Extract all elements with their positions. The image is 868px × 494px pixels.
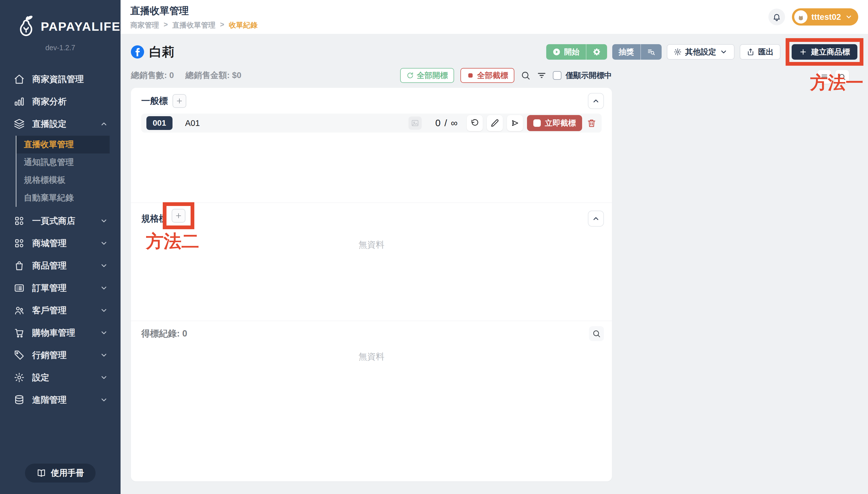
edit-tag-button[interactable] bbox=[487, 115, 503, 131]
live-header-row: 白莉 開始 抽獎 bbox=[131, 42, 863, 62]
sidebar-item-one-page-store[interactable]: 一頁式商店 bbox=[0, 210, 121, 232]
start-settings-button[interactable] bbox=[586, 44, 607, 60]
sidebar-subitem-notification-management[interactable]: 通知訊息管理 bbox=[16, 153, 110, 171]
lottery-split-button: 抽獎 bbox=[612, 44, 662, 60]
send-tag-button[interactable] bbox=[507, 115, 523, 131]
plus-icon bbox=[799, 48, 807, 56]
only-open-checkbox[interactable] bbox=[553, 71, 561, 80]
tag-image-button[interactable] bbox=[408, 116, 422, 130]
method2-annotation: 方法二 bbox=[146, 229, 199, 253]
avatar bbox=[794, 10, 808, 23]
sidebar-item-order-management[interactable]: 訂單管理 bbox=[0, 277, 121, 299]
facebook-icon bbox=[131, 45, 144, 58]
papaya-logo-icon bbox=[15, 10, 37, 43]
lottery-search-button[interactable] bbox=[641, 44, 662, 60]
collapse-general-section-button[interactable] bbox=[588, 93, 604, 109]
delete-tag-button[interactable] bbox=[587, 118, 596, 128]
refresh-icon bbox=[406, 72, 414, 79]
sidebar-item-merchant-analytics[interactable]: 商家分析 bbox=[0, 90, 121, 113]
sidebar-item-mall-management[interactable]: 商城管理 bbox=[0, 232, 121, 254]
start-button[interactable]: 開始 bbox=[546, 44, 586, 60]
gear-icon bbox=[593, 48, 601, 56]
winning-records-section: 得標紀錄: 0 無資料 bbox=[131, 321, 612, 481]
open-all-button[interactable]: 全部開標 bbox=[400, 68, 454, 83]
bell-icon bbox=[772, 13, 781, 21]
tag-icon bbox=[14, 350, 25, 361]
stats-row: 總銷售數: 0 總銷售金額: $0 全部開標 全部截標 bbox=[131, 68, 612, 83]
plus-icon bbox=[175, 212, 182, 220]
sidebar-item-marketing-management[interactable]: 行銷管理 bbox=[0, 344, 121, 366]
general-tag-header: 一般標 bbox=[131, 88, 612, 109]
chevron-down-icon bbox=[100, 217, 108, 225]
sidebar-item-cart-management[interactable]: 購物車管理 bbox=[0, 322, 121, 344]
lottery-button[interactable]: 抽獎 bbox=[612, 44, 640, 60]
chevron-down-icon bbox=[100, 284, 108, 292]
chevron-down-icon bbox=[845, 13, 852, 21]
create-product-tag-button[interactable]: 建立商品標 bbox=[792, 44, 857, 60]
breadcrumb-item[interactable]: 直播收單管理 bbox=[172, 20, 216, 30]
chevron-up-icon bbox=[592, 97, 600, 105]
tag-count: 0 / ∞ bbox=[436, 118, 458, 129]
close-all-button[interactable]: 全部截標 bbox=[460, 68, 514, 83]
cart-icon bbox=[14, 327, 25, 338]
sidebar-item-customer-management[interactable]: 客戶管理 bbox=[0, 299, 121, 322]
chevron-up-icon bbox=[592, 214, 600, 223]
database-icon bbox=[14, 395, 25, 405]
user-manual-button[interactable]: 使用手冊 bbox=[25, 463, 96, 482]
grid-icon bbox=[14, 238, 25, 249]
filter-button[interactable] bbox=[537, 71, 547, 80]
search-icon bbox=[521, 71, 531, 80]
image-icon bbox=[411, 119, 419, 127]
avatar-cat-icon bbox=[796, 12, 806, 22]
add-spec-tag-button[interactable] bbox=[172, 209, 185, 223]
search-icon bbox=[592, 329, 601, 338]
gear-icon bbox=[674, 48, 682, 56]
only-open-label: 僅顯示開標中 bbox=[566, 70, 612, 81]
undo-tag-button[interactable] bbox=[467, 115, 483, 131]
chevron-down-icon bbox=[100, 329, 108, 337]
breadcrumb-current: 收單紀錄 bbox=[229, 20, 257, 30]
sidebar-subitem-live-order-management[interactable]: 直播收單管理 bbox=[16, 136, 110, 153]
sidebar-item-advanced-management[interactable]: 進階管理 bbox=[0, 389, 121, 411]
total-amount: 總銷售金額: $0 bbox=[185, 70, 241, 81]
tag-name: A01 bbox=[185, 118, 200, 128]
order-list-icon bbox=[14, 283, 25, 293]
sidebar-subitem-auto-abandon-records[interactable]: 自動棄單紀錄 bbox=[16, 189, 110, 207]
search-button[interactable] bbox=[521, 71, 531, 80]
export-button[interactable]: 匯出 bbox=[740, 44, 780, 60]
filter-controls: 全部開標 全部截標 僅顯示開標中 bbox=[400, 68, 612, 83]
tag-row: 001 A01 0 / ∞ bbox=[141, 114, 602, 133]
users-icon bbox=[14, 305, 25, 316]
main-area: 直播收單管理 商家管理 > 直播收單管理 > 收單紀錄 tttest0 bbox=[121, 0, 868, 494]
general-tag-title: 一般標 bbox=[141, 95, 168, 107]
sidebar-subitem-spec-tag-template[interactable]: 規格標模板 bbox=[16, 171, 110, 189]
trash-icon bbox=[587, 118, 596, 128]
book-icon bbox=[36, 468, 46, 478]
records-search-button[interactable] bbox=[589, 326, 604, 341]
user-menu[interactable]: tttest02 bbox=[792, 8, 858, 25]
chevron-down-icon bbox=[100, 351, 108, 359]
other-settings-button[interactable]: 其他設定 bbox=[667, 44, 735, 60]
close-tag-now-button[interactable]: 立即截標 bbox=[527, 115, 582, 131]
content-area: 白莉 開始 抽獎 bbox=[121, 34, 868, 494]
sidebar-item-settings[interactable]: 設定 bbox=[0, 366, 121, 389]
home-icon bbox=[14, 74, 25, 84]
sidebar-item-merchant-info[interactable]: 商家資訊管理 bbox=[0, 68, 121, 90]
live-settings-submenu: 直播收單管理 通知訊息管理 規格標模板 自動棄單紀錄 bbox=[16, 136, 121, 207]
brand-logo[interactable]: PAPAYALIFE bbox=[0, 0, 121, 43]
shopping-bag-icon bbox=[14, 260, 25, 271]
notifications-button[interactable] bbox=[769, 8, 785, 25]
topbar: 直播收單管理 商家管理 > 直播收單管理 > 收單紀錄 tttest0 bbox=[121, 0, 868, 34]
add-general-tag-button[interactable] bbox=[172, 94, 186, 108]
breadcrumb-separator: > bbox=[220, 20, 224, 30]
plus-icon bbox=[176, 97, 183, 105]
toolbar: 開始 抽獎 bbox=[546, 38, 863, 66]
breadcrumb-item[interactable]: 商家管理 bbox=[130, 20, 159, 30]
undo-icon bbox=[470, 119, 479, 127]
sidebar-item-product-management[interactable]: 商品管理 bbox=[0, 254, 121, 277]
stop-square-icon bbox=[533, 119, 541, 127]
breadcrumb: 商家管理 > 直播收單管理 > 收單紀錄 bbox=[130, 20, 257, 30]
spec-tag-section: 規格標 無資料 方法二 bbox=[131, 203, 612, 321]
sidebar-item-live-settings[interactable]: 直播設定 bbox=[0, 113, 121, 135]
collapse-spec-section-button[interactable] bbox=[588, 211, 604, 227]
